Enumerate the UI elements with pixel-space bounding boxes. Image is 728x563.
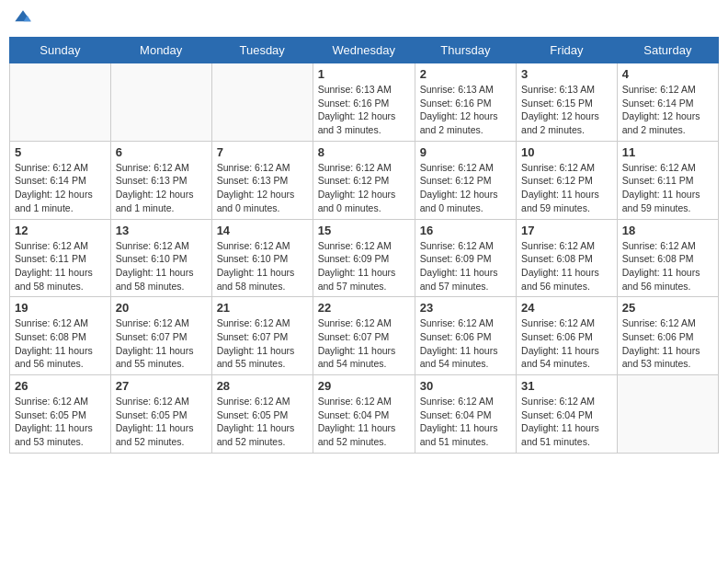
day-number: 13 bbox=[116, 224, 207, 237]
calendar-cell: 26Sunrise: 6:12 AM Sunset: 6:05 PM Dayli… bbox=[10, 375, 111, 454]
day-number: 9 bbox=[420, 145, 511, 159]
day-info: Sunrise: 6:12 AM Sunset: 6:06 PM Dayligh… bbox=[521, 316, 612, 371]
calendar-cell bbox=[211, 63, 313, 142]
weekday-header-sunday: Sunday bbox=[10, 38, 111, 63]
day-number: 4 bbox=[622, 67, 713, 81]
day-number: 25 bbox=[622, 301, 713, 315]
day-number: 30 bbox=[420, 379, 511, 393]
calendar-cell: 16Sunrise: 6:12 AM Sunset: 6:09 PM Dayli… bbox=[415, 219, 516, 297]
day-info: Sunrise: 6:12 AM Sunset: 6:13 PM Dayligh… bbox=[116, 161, 207, 215]
logo-icon bbox=[14, 9, 32, 28]
day-number: 27 bbox=[116, 379, 207, 393]
calendar-cell: 29Sunrise: 6:12 AM Sunset: 6:04 PM Dayli… bbox=[313, 375, 415, 454]
calendar-cell bbox=[10, 63, 111, 142]
calendar-cell: 18Sunrise: 6:12 AM Sunset: 6:08 PM Dayli… bbox=[617, 219, 718, 297]
day-info: Sunrise: 6:12 AM Sunset: 6:08 PM Dayligh… bbox=[622, 239, 713, 293]
day-number: 17 bbox=[521, 224, 612, 237]
day-number: 2 bbox=[420, 67, 511, 81]
day-info: Sunrise: 6:12 AM Sunset: 6:10 PM Dayligh… bbox=[217, 239, 308, 293]
calendar-cell: 20Sunrise: 6:12 AM Sunset: 6:07 PM Dayli… bbox=[110, 297, 211, 375]
calendar-cell: 19Sunrise: 6:12 AM Sunset: 6:08 PM Dayli… bbox=[10, 297, 111, 375]
weekday-header-saturday: Saturday bbox=[617, 38, 718, 63]
day-number: 7 bbox=[217, 145, 308, 159]
day-number: 1 bbox=[318, 67, 410, 81]
calendar-cell: 7Sunrise: 6:12 AM Sunset: 6:13 PM Daylig… bbox=[211, 141, 313, 219]
day-info: Sunrise: 6:12 AM Sunset: 6:13 PM Dayligh… bbox=[217, 161, 308, 215]
day-number: 5 bbox=[15, 145, 106, 159]
calendar-week-row: 12Sunrise: 6:12 AM Sunset: 6:11 PM Dayli… bbox=[10, 219, 719, 297]
calendar-cell: 2Sunrise: 6:13 AM Sunset: 6:16 PM Daylig… bbox=[415, 63, 516, 142]
calendar-cell: 15Sunrise: 6:12 AM Sunset: 6:09 PM Dayli… bbox=[313, 219, 415, 297]
day-number: 18 bbox=[622, 224, 713, 237]
day-info: Sunrise: 6:12 AM Sunset: 6:08 PM Dayligh… bbox=[15, 316, 106, 371]
calendar-cell: 4Sunrise: 6:12 AM Sunset: 6:14 PM Daylig… bbox=[617, 63, 718, 142]
calendar-cell: 5Sunrise: 6:12 AM Sunset: 6:14 PM Daylig… bbox=[10, 141, 111, 219]
day-info: Sunrise: 6:12 AM Sunset: 6:12 PM Dayligh… bbox=[420, 161, 511, 215]
day-info: Sunrise: 6:12 AM Sunset: 6:12 PM Dayligh… bbox=[521, 161, 612, 215]
day-number: 8 bbox=[318, 145, 410, 159]
calendar-table: SundayMondayTuesdayWednesdayThursdayFrid… bbox=[9, 37, 719, 454]
calendar-cell: 6Sunrise: 6:12 AM Sunset: 6:13 PM Daylig… bbox=[110, 141, 211, 219]
weekday-header-monday: Monday bbox=[110, 38, 211, 63]
day-info: Sunrise: 6:12 AM Sunset: 6:14 PM Dayligh… bbox=[622, 83, 713, 137]
day-info: Sunrise: 6:12 AM Sunset: 6:09 PM Dayligh… bbox=[420, 239, 511, 293]
day-info: Sunrise: 6:12 AM Sunset: 6:12 PM Dayligh… bbox=[318, 161, 410, 215]
day-info: Sunrise: 6:12 AM Sunset: 6:04 PM Dayligh… bbox=[521, 395, 612, 449]
day-info: Sunrise: 6:12 AM Sunset: 6:04 PM Dayligh… bbox=[420, 395, 511, 449]
page: SundayMondayTuesdayWednesdayThursdayFrid… bbox=[0, 0, 728, 563]
calendar-cell: 12Sunrise: 6:12 AM Sunset: 6:11 PM Dayli… bbox=[10, 219, 111, 297]
day-info: Sunrise: 6:12 AM Sunset: 6:09 PM Dayligh… bbox=[318, 239, 410, 293]
calendar-cell: 13Sunrise: 6:12 AM Sunset: 6:10 PM Dayli… bbox=[110, 219, 211, 297]
day-info: Sunrise: 6:12 AM Sunset: 6:05 PM Dayligh… bbox=[116, 395, 207, 449]
weekday-header-thursday: Thursday bbox=[415, 38, 516, 63]
day-number: 29 bbox=[318, 379, 410, 393]
calendar-cell bbox=[110, 63, 211, 142]
calendar-cell: 1Sunrise: 6:13 AM Sunset: 6:16 PM Daylig… bbox=[313, 63, 415, 142]
calendar-cell: 9Sunrise: 6:12 AM Sunset: 6:12 PM Daylig… bbox=[415, 141, 516, 219]
day-number: 28 bbox=[217, 379, 308, 393]
day-number: 24 bbox=[521, 301, 612, 315]
calendar-cell: 22Sunrise: 6:12 AM Sunset: 6:07 PM Dayli… bbox=[313, 297, 415, 375]
calendar-week-row: 19Sunrise: 6:12 AM Sunset: 6:08 PM Dayli… bbox=[10, 297, 719, 375]
calendar-cell: 24Sunrise: 6:12 AM Sunset: 6:06 PM Dayli… bbox=[517, 297, 618, 375]
day-info: Sunrise: 6:12 AM Sunset: 6:11 PM Dayligh… bbox=[622, 161, 713, 215]
day-info: Sunrise: 6:12 AM Sunset: 6:04 PM Dayligh… bbox=[318, 395, 410, 449]
header bbox=[9, 9, 719, 28]
weekday-header-tuesday: Tuesday bbox=[211, 38, 313, 63]
day-number: 22 bbox=[318, 301, 410, 315]
calendar-cell: 30Sunrise: 6:12 AM Sunset: 6:04 PM Dayli… bbox=[415, 375, 516, 454]
day-info: Sunrise: 6:13 AM Sunset: 6:15 PM Dayligh… bbox=[521, 83, 612, 137]
day-info: Sunrise: 6:12 AM Sunset: 6:07 PM Dayligh… bbox=[318, 316, 410, 371]
day-info: Sunrise: 6:13 AM Sunset: 6:16 PM Dayligh… bbox=[420, 83, 511, 137]
calendar-cell: 17Sunrise: 6:12 AM Sunset: 6:08 PM Dayli… bbox=[517, 219, 618, 297]
day-number: 26 bbox=[15, 379, 106, 393]
calendar-cell: 8Sunrise: 6:12 AM Sunset: 6:12 PM Daylig… bbox=[313, 141, 415, 219]
calendar-cell: 31Sunrise: 6:12 AM Sunset: 6:04 PM Dayli… bbox=[517, 375, 618, 454]
calendar-cell bbox=[617, 375, 718, 454]
calendar-cell: 21Sunrise: 6:12 AM Sunset: 6:07 PM Dayli… bbox=[211, 297, 313, 375]
calendar-cell: 14Sunrise: 6:12 AM Sunset: 6:10 PM Dayli… bbox=[211, 219, 313, 297]
day-number: 6 bbox=[116, 145, 207, 159]
weekday-header-row: SundayMondayTuesdayWednesdayThursdayFrid… bbox=[10, 38, 719, 63]
day-number: 10 bbox=[521, 145, 612, 159]
day-number: 23 bbox=[420, 301, 511, 315]
day-info: Sunrise: 6:12 AM Sunset: 6:05 PM Dayligh… bbox=[15, 395, 106, 449]
day-number: 11 bbox=[622, 145, 713, 159]
logo bbox=[14, 9, 36, 28]
weekday-header-friday: Friday bbox=[517, 38, 618, 63]
day-number: 16 bbox=[420, 224, 511, 237]
day-number: 15 bbox=[318, 224, 410, 237]
calendar-week-row: 26Sunrise: 6:12 AM Sunset: 6:05 PM Dayli… bbox=[10, 375, 719, 454]
calendar-week-row: 5Sunrise: 6:12 AM Sunset: 6:14 PM Daylig… bbox=[10, 141, 719, 219]
calendar-cell: 27Sunrise: 6:12 AM Sunset: 6:05 PM Dayli… bbox=[110, 375, 211, 454]
calendar-cell: 11Sunrise: 6:12 AM Sunset: 6:11 PM Dayli… bbox=[617, 141, 718, 219]
day-info: Sunrise: 6:12 AM Sunset: 6:07 PM Dayligh… bbox=[116, 316, 207, 371]
day-number: 14 bbox=[217, 224, 308, 237]
weekday-header-wednesday: Wednesday bbox=[313, 38, 415, 63]
day-number: 3 bbox=[521, 67, 612, 81]
day-info: Sunrise: 6:12 AM Sunset: 6:11 PM Dayligh… bbox=[15, 239, 106, 293]
day-number: 12 bbox=[15, 224, 106, 237]
calendar-cell: 10Sunrise: 6:12 AM Sunset: 6:12 PM Dayli… bbox=[517, 141, 618, 219]
calendar-cell: 25Sunrise: 6:12 AM Sunset: 6:06 PM Dayli… bbox=[617, 297, 718, 375]
day-info: Sunrise: 6:13 AM Sunset: 6:16 PM Dayligh… bbox=[318, 83, 410, 137]
